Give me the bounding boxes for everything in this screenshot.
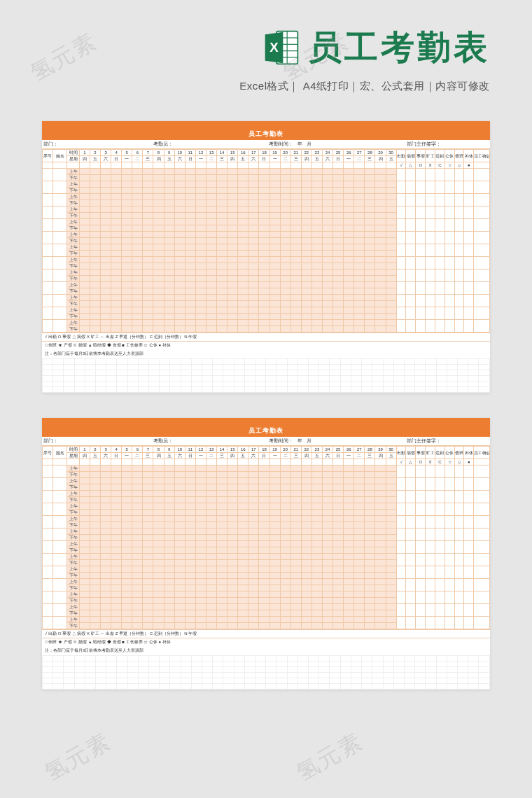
attend-cell <box>270 503 280 510</box>
attend-cell <box>132 573 143 579</box>
summary-cell <box>435 491 444 503</box>
attend-cell <box>132 320 143 326</box>
attend-cell <box>195 320 206 326</box>
attend-cell <box>195 510 206 516</box>
attend-cell <box>238 232 248 238</box>
attend-cell <box>375 251 386 257</box>
attend-cell <box>122 225 132 232</box>
attend-cell <box>90 194 100 200</box>
summary-cell <box>396 491 406 503</box>
attend-cell <box>301 503 312 510</box>
attend-cell <box>365 307 375 314</box>
attend-cell <box>90 314 100 320</box>
shift-am: 上午 <box>67 307 80 314</box>
attend-cell <box>195 251 206 257</box>
attend-cell <box>217 579 227 585</box>
attend-cell <box>259 295 270 301</box>
attend-cell <box>375 579 386 585</box>
attend-cell <box>79 276 90 282</box>
seq-cell <box>43 320 53 332</box>
summary-cell <box>454 541 464 554</box>
attend-cell <box>90 188 100 194</box>
attend-cell <box>386 219 396 225</box>
attend-cell <box>375 175 386 181</box>
attend-cell <box>217 219 227 225</box>
day-header: 13 <box>206 447 216 453</box>
attend-cell <box>153 263 164 270</box>
name-cell <box>53 320 67 332</box>
attend-cell <box>248 320 259 326</box>
attend-cell <box>206 326 216 332</box>
attend-cell <box>290 573 301 579</box>
attend-cell <box>333 213 344 219</box>
attend-cell <box>206 604 216 610</box>
attend-cell <box>365 314 375 320</box>
attend-cell <box>344 276 354 282</box>
attend-cell <box>248 251 259 257</box>
attend-cell <box>322 169 332 175</box>
attend-cell <box>280 598 290 604</box>
attend-cell <box>365 257 375 263</box>
attend-cell <box>79 320 90 326</box>
attend-cell <box>333 295 344 301</box>
attend-cell <box>101 244 111 251</box>
attend-cell <box>79 175 90 181</box>
attend-cell <box>344 610 354 617</box>
attend-cell <box>206 175 216 181</box>
attend-cell <box>312 181 322 188</box>
attend-cell <box>101 320 111 326</box>
attend-cell <box>111 295 122 301</box>
attend-cell <box>195 522 206 528</box>
summary-cell <box>454 579 464 592</box>
summary-cell <box>416 554 426 566</box>
attend-cell <box>185 270 195 276</box>
attend-cell <box>164 478 174 484</box>
attend-cell <box>206 465 216 472</box>
attend-cell <box>101 573 111 579</box>
name-cell <box>53 282 67 295</box>
attend-cell <box>270 554 280 560</box>
attend-cell <box>227 238 238 244</box>
attend-cell <box>248 478 259 484</box>
attend-cell <box>217 270 227 276</box>
attend-cell <box>270 181 280 188</box>
attend-cell <box>153 522 164 528</box>
attend-cell <box>206 585 216 592</box>
attend-cell <box>386 510 396 516</box>
attend-cell <box>143 465 153 472</box>
attend-cell <box>290 206 301 213</box>
attend-cell <box>132 295 143 301</box>
attend-cell <box>174 200 185 206</box>
attend-cell <box>301 579 312 585</box>
attend-cell <box>344 232 354 238</box>
attend-cell <box>132 617 143 623</box>
attend-cell <box>322 320 332 326</box>
attend-cell <box>132 478 143 484</box>
attend-cell <box>90 573 100 579</box>
attend-cell <box>259 232 270 238</box>
attend-cell <box>365 175 375 181</box>
attend-cell <box>280 617 290 623</box>
attend-cell <box>143 238 153 244</box>
attend-cell <box>238 194 248 200</box>
weekday-cell: 日 <box>185 156 195 162</box>
attend-cell <box>333 484 344 491</box>
attend-cell <box>344 188 354 194</box>
name-cell <box>53 169 67 181</box>
summary-cell <box>444 617 454 629</box>
attend-cell <box>312 288 322 295</box>
attend-cell <box>90 617 100 623</box>
attend-cell <box>259 610 270 617</box>
attend-cell <box>132 516 143 522</box>
attend-cell <box>248 484 259 491</box>
summary-cell <box>416 257 426 270</box>
attend-cell <box>90 219 100 225</box>
attend-cell <box>217 307 227 314</box>
attend-cell <box>164 169 174 175</box>
attend-cell <box>238 238 248 244</box>
attend-cell <box>206 169 216 175</box>
attend-cell <box>375 288 386 295</box>
day-header: 19 <box>270 447 280 453</box>
attend-cell <box>174 282 185 288</box>
summary-cell <box>426 320 435 332</box>
